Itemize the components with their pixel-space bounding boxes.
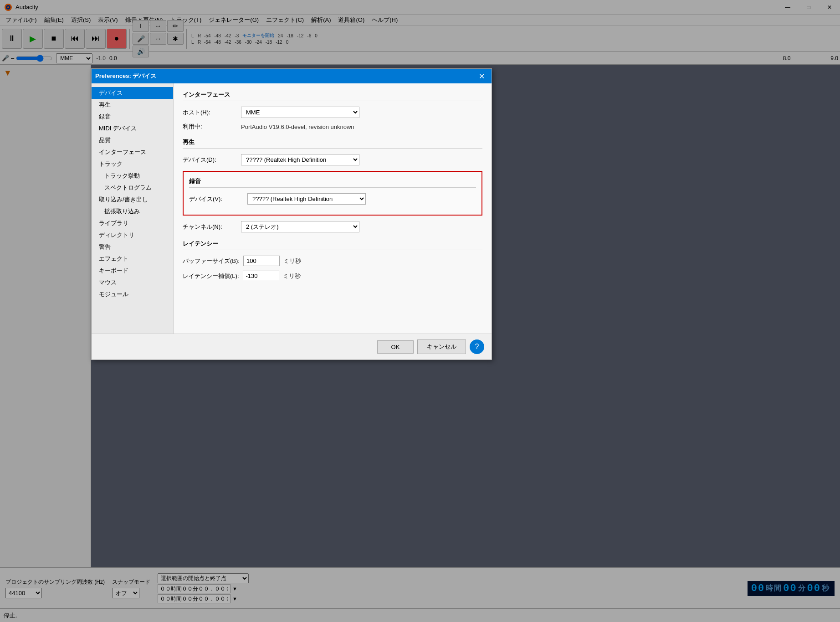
channels-label: チャンネル(N):: [183, 223, 237, 231]
modal-sidebar: デバイス 再生 録音 MIDI デバイス 品質 インターフェース トラック トラ…: [92, 83, 174, 334]
latency-comp-row: レイテンシー補償(L): -130 ミリ秒: [183, 271, 482, 281]
ok-button[interactable]: OK: [377, 340, 414, 354]
recording-section-title: 録音: [189, 177, 476, 188]
playback-device-dropdown[interactable]: ????? (Realtek High Definition: [241, 154, 359, 165]
using-value: PortAudio V19.6.0-devel, revision unknow…: [241, 123, 354, 130]
preferences-dialog: Preferences: デバイス ✕ デバイス 再生 録音 MIDI デバイス…: [91, 68, 492, 360]
host-label: ホスト(H):: [183, 108, 237, 117]
buffer-size-row: バッファーサイズ(B): 100 ミリ秒: [183, 256, 482, 266]
playback-section-title: 再生: [183, 138, 482, 149]
sidebar-item-library[interactable]: ライブラリ: [92, 217, 173, 229]
modal-overlay: Preferences: デバイス ✕ デバイス 再生 録音 MIDI デバイス…: [0, 0, 840, 622]
modal-close-button[interactable]: ✕: [475, 70, 488, 82]
buffer-size-label: バッファーサイズ(B):: [183, 257, 240, 265]
sidebar-item-effects[interactable]: エフェクト: [92, 253, 173, 265]
playback-device-row: デバイス(D): ????? (Realtek High Definition: [183, 154, 482, 165]
host-row: ホスト(H): MME: [183, 107, 482, 118]
buffer-size-input[interactable]: 100: [243, 256, 280, 266]
using-label: 利用中:: [183, 123, 237, 131]
latency-comp-input[interactable]: -130: [243, 271, 279, 281]
sidebar-item-mouse[interactable]: マウス: [92, 277, 173, 288]
sidebar-item-extended-import[interactable]: 拡張取り込み: [92, 206, 173, 217]
sidebar-item-tracks[interactable]: トラック: [92, 158, 173, 170]
sidebar-item-spectrogram[interactable]: スペクトログラム: [92, 182, 173, 194]
sidebar-item-recording[interactable]: 録音: [92, 111, 173, 123]
channels-dropdown[interactable]: 2 (ステレオ): [241, 221, 359, 232]
sidebar-item-interface[interactable]: インターフェース: [92, 146, 173, 158]
recording-device-dropdown[interactable]: ????? (Realtek High Definition: [247, 193, 366, 205]
recording-device-label: デバイス(V):: [189, 195, 244, 203]
latency-section-title: レイテンシー: [183, 240, 482, 250]
sidebar-item-playback[interactable]: 再生: [92, 99, 173, 111]
modal-title-bar: Preferences: デバイス ✕: [92, 69, 492, 83]
interface-section-title: インターフェース: [183, 91, 482, 101]
modal-main-content: インターフェース ホスト(H): MME 利用中: PortAudio V19.…: [174, 83, 492, 334]
latency-comp-label: レイテンシー補償(L):: [183, 272, 239, 280]
latency-comp-unit: ミリ秒: [283, 272, 301, 280]
host-dropdown[interactable]: MME: [241, 107, 359, 118]
sidebar-item-devices[interactable]: デバイス: [92, 87, 173, 99]
sidebar-item-warning[interactable]: 警告: [92, 241, 173, 253]
sidebar-item-keyboard[interactable]: キーボード: [92, 265, 173, 277]
buffer-size-unit: ミリ秒: [283, 257, 301, 265]
sidebar-item-track-behavior[interactable]: トラック挙動: [92, 170, 173, 182]
sidebar-item-import-export[interactable]: 取り込み/書き出し: [92, 194, 173, 206]
recording-device-row: デバイス(V): ????? (Realtek High Definition: [189, 193, 476, 205]
help-button[interactable]: ?: [470, 339, 484, 354]
using-row: 利用中: PortAudio V19.6.0-devel, revision u…: [183, 123, 482, 131]
playback-device-label: デバイス(D):: [183, 156, 237, 164]
sidebar-item-directory[interactable]: ディレクトリ: [92, 229, 173, 241]
modal-body: デバイス 再生 録音 MIDI デバイス 品質 インターフェース トラック トラ…: [92, 83, 492, 334]
recording-section: 録音 デバイス(V): ????? (Realtek High Definiti…: [183, 171, 482, 216]
modal-footer: OK キャンセル ?: [92, 334, 492, 360]
channels-row: チャンネル(N): 2 (ステレオ): [183, 221, 482, 232]
sidebar-item-quality[interactable]: 品質: [92, 134, 173, 146]
cancel-button[interactable]: キャンセル: [417, 339, 466, 354]
modal-title: Preferences: デバイス: [95, 72, 156, 80]
sidebar-item-modules[interactable]: モジュール: [92, 288, 173, 300]
sidebar-item-midi[interactable]: MIDI デバイス: [92, 123, 173, 134]
